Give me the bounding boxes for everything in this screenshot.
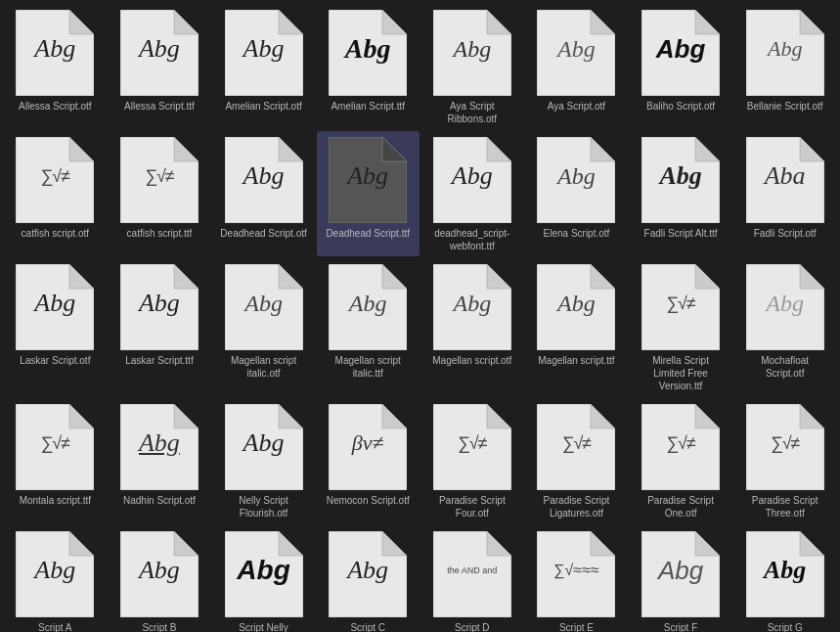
file-preview-text: Abg <box>334 272 401 335</box>
file-icon: Abg <box>225 264 303 350</box>
file-item[interactable]: ∑√≠Paradise Script Three.otf <box>733 398 836 523</box>
file-label: Magellan script.ttf <box>538 354 614 367</box>
file-preview-text: Abg <box>22 539 88 602</box>
file-icon: βν≠ <box>329 404 407 490</box>
file-preview-text: Abg <box>231 18 297 80</box>
file-preview-text: ∑√≠ <box>22 412 88 474</box>
file-item[interactable]: AbgNelly Script Flourish.otf <box>212 398 315 523</box>
file-icon: Abg <box>641 137 720 223</box>
file-preview-text: Abg <box>126 272 193 335</box>
file-label: Magellan script.otf <box>432 354 511 367</box>
file-item[interactable]: AbgScript Nelly <box>212 525 315 632</box>
file-item[interactable]: Abgdeadhead_script-webfont.ttf <box>421 131 524 256</box>
file-preview-text: the AND and <box>439 539 506 602</box>
file-item[interactable]: ∑√≠Mirella Script Limited Free Version.t… <box>630 258 732 396</box>
file-label: Paradise Script Four.otf <box>428 494 516 519</box>
file-item[interactable]: the AND andScript D <box>421 525 524 632</box>
file-item[interactable]: AbgMagellan script italic.otf <box>212 258 315 396</box>
file-preview-text: ∑√≠ <box>752 412 818 474</box>
file-item[interactable]: AbgAya Script Ribbons.otf <box>421 4 524 129</box>
file-item[interactable]: AbgFadli Script Alt.ttf <box>630 131 732 256</box>
file-item[interactable]: AbgScript A <box>4 525 107 632</box>
file-item[interactable]: AbgAllessa Script.ttf <box>109 4 211 129</box>
file-label: Paradise Script Three.otf <box>741 494 829 519</box>
file-label: Script F <box>664 621 697 632</box>
file-item[interactable]: AbgNadhin Script.otf <box>109 398 211 523</box>
file-preview-text: Abg <box>439 145 506 207</box>
file-item[interactable]: AbgMochafloat Script.otf <box>733 258 836 396</box>
file-icon: Abg <box>120 404 199 490</box>
file-label: Script B <box>142 621 176 632</box>
file-item[interactable]: βν≠Nemocon Script.otf <box>317 398 420 523</box>
file-icon: Abg <box>225 137 303 223</box>
file-item[interactable]: AbgMagellan script italic.ttf <box>317 258 420 396</box>
file-icon: Abg <box>329 531 407 617</box>
file-item[interactable]: AbgScript C <box>317 525 420 632</box>
file-label: Aya Script.otf <box>548 100 605 113</box>
file-item[interactable]: AbgAya Script.otf <box>525 4 628 129</box>
file-label: Montala script.ttf <box>20 494 91 507</box>
file-item[interactable]: AbgAmelian Script.otf <box>212 4 315 129</box>
file-label: Nelly Script Flourish.otf <box>220 494 308 519</box>
file-label: Deadhead Script.otf <box>220 227 306 240</box>
file-icon: ∑√≈≈≈ <box>537 531 615 617</box>
file-icon: Abg <box>537 10 615 96</box>
file-preview-text: Abg <box>231 539 297 602</box>
file-item[interactable]: ∑√≈≈≈Script E <box>525 525 628 632</box>
file-item[interactable]: AbgDeadhead Script.ttf <box>317 131 420 256</box>
file-label: Aya Script Ribbons.otf <box>428 100 516 125</box>
file-label: Amelian Script.ttf <box>331 100 405 113</box>
file-icon: Abg <box>16 531 94 617</box>
file-label: Paradise Script Ligatures.otf <box>532 494 620 519</box>
file-label: Laskar Script.ttf <box>125 354 193 367</box>
file-label: Deadhead Script.ttf <box>326 227 410 240</box>
file-preview-text: Abg <box>543 18 609 80</box>
file-icon: Aba <box>746 137 824 223</box>
file-item[interactable]: ∑√≠Montala script.ttf <box>4 398 107 523</box>
file-preview-text: Abg <box>126 18 193 80</box>
file-item[interactable]: ∑√≠Paradise Script One.otf <box>630 398 732 523</box>
file-item[interactable]: AbgMagellan script.otf <box>421 258 524 396</box>
file-preview-text: ∑√≠ <box>439 412 506 474</box>
file-preview-text: Abg <box>231 272 297 335</box>
file-label: Bellanie Script.otf <box>747 100 823 113</box>
file-label: Script A <box>38 621 71 632</box>
file-icon: Abg <box>746 531 824 617</box>
file-item[interactable]: AbaFadli Script.otf <box>733 131 836 256</box>
file-icon: Abg <box>537 137 615 223</box>
file-label: Magellan script italic.ttf <box>324 354 412 380</box>
file-label: Laskar Script.otf <box>20 354 90 367</box>
file-label: Nadhin Script.otf <box>123 494 196 507</box>
file-item[interactable]: AbgDeadhead Script.otf <box>212 131 315 256</box>
file-preview-text: Abg <box>439 18 506 80</box>
file-item[interactable]: AbgScript B <box>109 525 211 632</box>
file-item[interactable]: AbgScript F <box>630 525 732 632</box>
file-label: catfish script.otf <box>22 227 89 240</box>
file-icon: Abg <box>433 10 511 96</box>
file-item[interactable]: AbgBaliho Script.otf <box>630 4 732 129</box>
file-item[interactable]: ∑√≠Paradise Script Ligatures.otf <box>525 398 628 523</box>
file-preview-text: ∑√≈≈≈ <box>543 539 609 602</box>
file-preview-text: Abg <box>752 18 818 80</box>
file-item[interactable]: ∑√≠Paradise Script Four.otf <box>421 398 524 523</box>
file-preview-text: Abg <box>647 18 714 80</box>
file-item[interactable]: ∑√≠catfish script.ttf <box>109 131 211 256</box>
file-label: Amelian Script.otf <box>225 100 301 113</box>
file-item[interactable]: AbgAllessa Script.otf <box>4 4 107 129</box>
file-item[interactable]: AbgAmelian Script.ttf <box>317 4 420 129</box>
file-label: Fadli Script.otf <box>754 227 817 240</box>
file-item[interactable]: AbgLaskar Script.otf <box>4 258 107 396</box>
file-item[interactable]: AbgElena Script.otf <box>525 131 628 256</box>
file-preview-text: βν≠ <box>334 412 401 474</box>
file-item[interactable]: AbgMagellan script.ttf <box>525 258 628 396</box>
file-label: Magellan script italic.otf <box>220 354 308 380</box>
file-item[interactable]: ∑√≠catfish script.otf <box>4 131 107 256</box>
file-icon: ∑√≠ <box>16 404 94 490</box>
file-label: Script C <box>350 621 385 632</box>
file-label: Elena Script.otf <box>544 227 610 240</box>
file-label: Paradise Script One.otf <box>637 494 725 519</box>
file-label: deadhead_script-webfont.ttf <box>428 227 516 252</box>
file-item[interactable]: AbgBellanie Script.otf <box>733 4 836 129</box>
file-item[interactable]: AbgLaskar Script.ttf <box>109 258 211 396</box>
file-item[interactable]: AbgScript G <box>733 525 836 632</box>
